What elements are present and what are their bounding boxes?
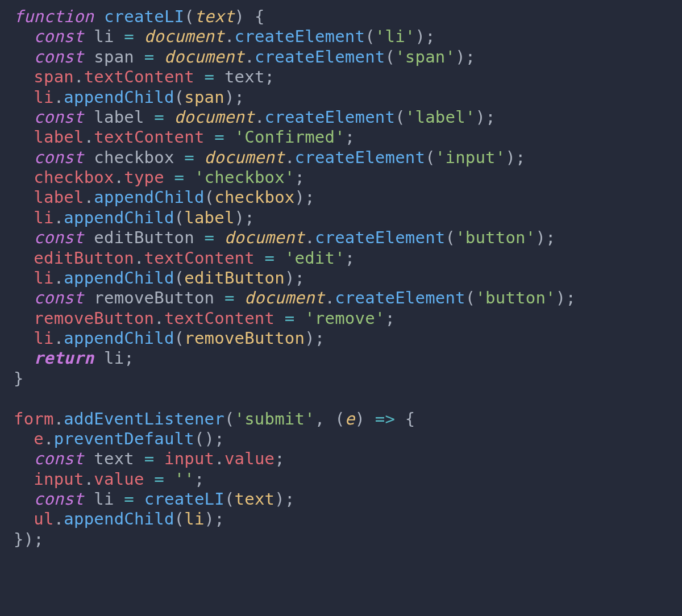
string-literal: 'Confirmed' bbox=[235, 127, 345, 147]
code-line: const checkbox = document.createElement(… bbox=[14, 148, 526, 167]
method-name: appendChild bbox=[94, 188, 204, 207]
string-literal: 'button' bbox=[455, 228, 535, 247]
method-name: appendChild bbox=[64, 328, 174, 348]
object-var: li bbox=[34, 88, 53, 107]
variable: editButton bbox=[94, 228, 194, 247]
code-line: ul.appendChild(li); bbox=[14, 509, 224, 528]
string-literal: 'li' bbox=[375, 27, 415, 46]
variable: removeButton bbox=[94, 288, 214, 307]
keyword-const: const bbox=[34, 148, 84, 167]
keyword-function: function bbox=[14, 7, 94, 26]
object-var: span bbox=[34, 67, 74, 86]
code-line: const editButton = document.createElemen… bbox=[14, 228, 556, 247]
method-name: createElement bbox=[315, 228, 446, 247]
method-name: appendChild bbox=[64, 509, 174, 528]
code-line: const removeButton = document.createElem… bbox=[14, 288, 576, 307]
code-line: } bbox=[14, 369, 24, 388]
code-line: editButton.textContent = 'edit'; bbox=[14, 248, 355, 268]
function-name: createLI bbox=[104, 7, 184, 26]
object-var: label bbox=[34, 188, 84, 207]
method-name: createElement bbox=[295, 148, 426, 167]
keyword-const: const bbox=[34, 228, 84, 247]
object-var: form bbox=[14, 409, 54, 428]
method-name: createElement bbox=[265, 107, 396, 127]
parameter: e bbox=[345, 409, 355, 428]
argument: removeButton bbox=[184, 328, 305, 348]
string-literal: 'label' bbox=[405, 107, 476, 127]
variable: span bbox=[94, 47, 134, 66]
string-literal: 'remove' bbox=[305, 309, 385, 328]
document-object: document bbox=[224, 228, 305, 247]
function-call: createLI bbox=[144, 489, 224, 509]
property: value bbox=[224, 449, 275, 468]
object-var: li bbox=[34, 328, 53, 348]
method-name: createElement bbox=[255, 47, 385, 66]
identifier: text bbox=[224, 67, 265, 86]
argument: checkbox bbox=[214, 188, 294, 207]
variable: li bbox=[94, 27, 114, 46]
object-var: ul bbox=[34, 509, 53, 528]
object-var: input bbox=[34, 469, 84, 489]
code-line: input.value = ''; bbox=[14, 469, 205, 489]
document-object: document bbox=[144, 27, 224, 46]
keyword-const: const bbox=[34, 107, 84, 127]
keyword-return: return bbox=[34, 348, 94, 368]
code-line: }); bbox=[14, 530, 44, 549]
code-line: const li = createLI(text); bbox=[14, 489, 295, 509]
code-line: function createLI(text) { bbox=[14, 7, 265, 26]
code-line: label.textContent = 'Confirmed'; bbox=[14, 127, 355, 147]
argument: label bbox=[184, 208, 234, 227]
code-line bbox=[14, 389, 24, 408]
string-literal: 'submit' bbox=[235, 409, 315, 428]
code-line: const li = document.createElement('li'); bbox=[14, 27, 435, 46]
object-var: input bbox=[164, 449, 214, 468]
code-line: li.appendChild(span); bbox=[14, 88, 244, 107]
string-literal: 'edit' bbox=[285, 248, 345, 268]
code-line: span.textContent = text; bbox=[14, 67, 275, 86]
object-var: li bbox=[34, 268, 53, 288]
identifier: li bbox=[104, 348, 124, 368]
argument: editButton bbox=[184, 268, 285, 288]
argument: span bbox=[184, 88, 224, 107]
object-var: e bbox=[34, 429, 44, 448]
method-name: appendChild bbox=[64, 268, 174, 288]
variable: label bbox=[94, 107, 144, 127]
code-line: checkbox.type = 'checkbox'; bbox=[14, 168, 305, 187]
property: textContent bbox=[164, 309, 275, 328]
variable: text bbox=[94, 449, 134, 468]
code-line: label.appendChild(checkbox); bbox=[14, 188, 315, 207]
argument: text bbox=[235, 489, 275, 509]
string-literal: 'button' bbox=[475, 288, 555, 307]
argument: li bbox=[184, 509, 204, 528]
keyword-const: const bbox=[34, 288, 84, 307]
code-line: removeButton.textContent = 'remove'; bbox=[14, 309, 395, 328]
code-line: form.addEventListener('submit', (e) => { bbox=[14, 409, 415, 428]
object-var: editButton bbox=[34, 248, 134, 268]
document-object: document bbox=[244, 288, 325, 307]
code-line: li.appendChild(label); bbox=[14, 208, 255, 227]
keyword-const: const bbox=[34, 489, 84, 509]
code-line: const span = document.createElement('spa… bbox=[14, 47, 475, 66]
method-name: addEventListener bbox=[64, 409, 224, 428]
property: textContent bbox=[94, 127, 204, 147]
method-name: appendChild bbox=[64, 208, 174, 227]
code-block: function createLI(text) { const li = doc… bbox=[0, 0, 682, 556]
string-literal: 'input' bbox=[435, 148, 506, 167]
parameter: text bbox=[194, 7, 235, 26]
object-var: checkbox bbox=[34, 168, 114, 187]
keyword-const: const bbox=[34, 47, 84, 66]
keyword-const: const bbox=[34, 449, 84, 468]
code-line: e.preventDefault(); bbox=[14, 429, 224, 448]
code-line: li.appendChild(editButton); bbox=[14, 268, 305, 288]
code-line: const text = input.value; bbox=[14, 449, 285, 468]
document-object: document bbox=[174, 107, 255, 127]
keyword-const: const bbox=[34, 27, 84, 46]
object-var: label bbox=[34, 127, 84, 147]
property: type bbox=[124, 168, 164, 187]
method-name: appendChild bbox=[64, 88, 174, 107]
string-literal: '' bbox=[174, 469, 194, 489]
object-var: li bbox=[34, 208, 53, 227]
method-name: createElement bbox=[335, 288, 465, 307]
code-line: const label = document.createElement('la… bbox=[14, 107, 496, 127]
code-line: return li; bbox=[14, 348, 134, 368]
